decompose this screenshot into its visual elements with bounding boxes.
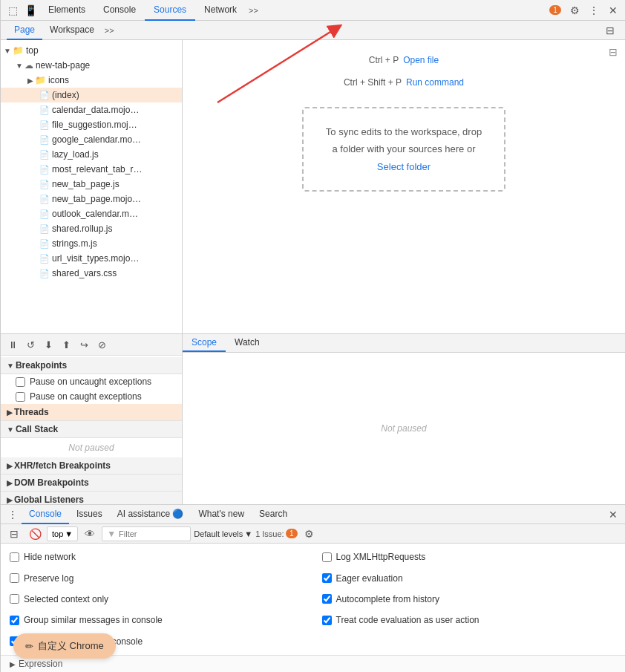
toggle-drawer-icon[interactable]: ⊟ <box>5 525 23 543</box>
tree-item-top[interactable]: ▼ 📁 top <box>1 43 182 58</box>
console-more-options-icon[interactable]: ⋮ <box>4 506 22 523</box>
pause-caught-item: Pause on caught exceptions <box>1 389 182 404</box>
pause-resume-btn[interactable]: ⏸ <box>5 337 20 352</box>
call-stack-section-header[interactable]: ▼ Call Stack <box>1 421 182 438</box>
treat-code-label: Treat code evaluation as user action <box>336 615 480 625</box>
selected-context-checkbox[interactable] <box>10 594 19 604</box>
scope-tab[interactable]: Scope <box>183 334 226 352</box>
file-icon: 📄 <box>39 195 50 204</box>
breakpoints-section-header[interactable]: ▼ Breakpoints <box>1 357 182 374</box>
xhr-fetch-section-header[interactable]: ▶ XHR/fetch Breakpoints <box>1 457 182 474</box>
expand-icon: ▼ <box>4 47 11 55</box>
hide-network-option: Hide network <box>1 547 313 567</box>
file-icon: 📄 <box>39 254 50 264</box>
levels-dropdown-icon: ▼ <box>244 529 252 538</box>
file-tree: ▼ 📁 top ▼ ☁ new-tab-page ▶ 📁 icons <box>1 40 183 333</box>
main-tab-bar: Elements Console Sources Network >> <box>39 0 546 21</box>
pause-uncaught-checkbox[interactable] <box>16 377 25 387</box>
tree-item-most-relevant[interactable]: 📄 most_relevant_tab_r… <box>1 162 182 177</box>
autocomplete-option: Autocomplete from history <box>313 589 626 610</box>
issues-count: 1 Issue: 1 <box>255 529 298 538</box>
console-tab-whats-new[interactable]: What's new <box>191 505 252 524</box>
autocomplete-checkbox[interactable] <box>322 594 332 604</box>
threads-section-header[interactable]: ▶ Threads <box>1 404 182 421</box>
tree-item-new-tab-page[interactable]: ▼ ☁ new-tab-page <box>1 58 182 73</box>
device-icon[interactable]: 📱 <box>22 1 39 19</box>
tree-item-file-suggestion[interactable]: 📄 file_suggestion.moj… <box>1 117 182 132</box>
tab-elements[interactable]: Elements <box>39 0 94 21</box>
file-icon: 📄 <box>39 239 50 249</box>
step-out-btn[interactable]: ⬆ <box>59 337 73 352</box>
debugger-left: ⏸ ↺ ⬇ ⬆ ↪ ⊘ ▼ Breakpoints Pause on unca <box>1 334 183 504</box>
clear-console-icon[interactable]: 🚫 <box>26 525 44 543</box>
settings-icon-btn[interactable]: ⚙ <box>566 1 583 19</box>
tree-item-index[interactable]: 📄 (index) <box>1 88 182 102</box>
deactivate-breakpoints-btn[interactable]: ⊘ <box>94 337 109 352</box>
tree-item-shared-rollup[interactable]: 📄 shared.rollup.js <box>1 221 182 236</box>
tree-item-icons[interactable]: ▶ 📁 icons <box>1 73 182 88</box>
expression-expand-icon: ▶ <box>10 660 16 668</box>
dom-breakpoints-section-header[interactable]: ▶ DOM Breakpoints <box>1 474 182 492</box>
console-tab-ai[interactable]: AI assistance 🔵 <box>110 505 192 524</box>
tree-item-calendar-data[interactable]: 📄 calendar_data.mojo… <box>1 102 182 117</box>
group-similar-checkbox[interactable] <box>10 616 19 625</box>
more-tabs-icon[interactable]: >> <box>246 6 261 15</box>
file-icon: 📄 <box>39 165 50 174</box>
close-devtools-btn[interactable]: ✕ <box>604 1 622 19</box>
sub-tab-workspace[interactable]: Workspace <box>42 21 102 40</box>
tree-item-outlook-calendar[interactable]: 📄 outlook_calendar.m… <box>1 206 182 221</box>
open-file-link[interactable]: Open file <box>403 55 439 65</box>
step-into-btn[interactable]: ⬇ <box>41 337 56 352</box>
console-tab-search[interactable]: Search <box>252 505 295 524</box>
debugger-toolbar: ⏸ ↺ ⬇ ⬆ ↪ ⊘ <box>1 334 182 356</box>
context-dropdown-icon: ▼ <box>65 529 73 538</box>
file-icon: 📄 <box>39 120 50 130</box>
preserve-log-label: Preserve log <box>24 573 73 584</box>
eye-filter-icon[interactable]: 👁 <box>81 525 99 543</box>
default-levels-select[interactable]: Default levels ▼ <box>194 529 252 538</box>
tab-console[interactable]: Console <box>94 0 145 21</box>
tab-network[interactable]: Network <box>195 0 246 21</box>
tree-item-lazy-load[interactable]: 📄 lazy_load.js <box>1 147 182 162</box>
pause-caught-checkbox[interactable] <box>16 392 25 402</box>
tree-item-strings[interactable]: 📄 strings.m.js <box>1 236 182 251</box>
close-console-tab-btn[interactable]: ✕ <box>604 506 622 523</box>
console-settings-gear-icon[interactable]: ⚙ <box>301 525 318 543</box>
tree-item-new-tab-page-js[interactable]: 📄 new_tab_page.js <box>1 177 182 192</box>
file-icon: 📄 <box>39 135 50 145</box>
tree-item-new-tab-page-mojo[interactable]: 📄 new_tab_page.mojo… <box>1 192 182 206</box>
sub-tab-more-icon[interactable]: >> <box>102 26 117 35</box>
pencil-icon: ✏ <box>25 641 33 652</box>
watch-tab[interactable]: Watch <box>226 334 269 352</box>
step-btn[interactable]: ↪ <box>76 337 91 352</box>
global-listeners-section-header[interactable]: ▶ Global Listeners <box>1 492 182 504</box>
tab-sources[interactable]: Sources <box>145 0 195 21</box>
step-over-btn[interactable]: ↺ <box>23 337 38 352</box>
tree-item-url-visit[interactable]: 📄 url_visit_types.mojo… <box>1 251 182 266</box>
inspect-icon[interactable]: ⬚ <box>4 1 22 19</box>
console-tab-issues[interactable]: Issues <box>69 505 110 524</box>
tree-item-google-calendar[interactable]: 📄 google_calendar.mo… <box>1 132 182 147</box>
eager-evaluation-checkbox[interactable] <box>322 573 332 583</box>
toggle-panel-icon[interactable]: ⊟ <box>601 22 619 39</box>
debugger-area: ⏸ ↺ ⬇ ⬆ ↪ ⊘ ▼ Breakpoints Pause on unca <box>1 334 625 505</box>
drop-zone-line1: To sync edits to the workspace, drop <box>326 126 482 137</box>
custom-chrome-button[interactable]: ✏ 自定义 Chrome <box>13 633 116 659</box>
sources-upper: ▼ 📁 top ▼ ☁ new-tab-page ▶ 📁 icons <box>1 40 625 334</box>
context-selector[interactable]: top ▼ <box>47 526 78 541</box>
hide-network-checkbox[interactable] <box>10 552 19 562</box>
sub-tab-page[interactable]: Page <box>7 21 42 40</box>
badge-issues-btn[interactable]: 1 <box>546 1 564 19</box>
run-command-link[interactable]: Run command <box>406 77 464 88</box>
console-toolbar: ⊟ 🚫 top ▼ 👁 ▼ Default levels ▼ <box>1 524 625 544</box>
editor-panel-icon[interactable]: ⊟ <box>609 46 618 58</box>
preserve-log-checkbox[interactable] <box>10 573 19 583</box>
run-command-shortcut: Ctrl + Shift + P <box>344 77 402 88</box>
sources-container: ▼ 📁 top ▼ ☁ new-tab-page ▶ 📁 icons <box>1 40 625 672</box>
log-xmlhttp-checkbox[interactable] <box>322 552 332 562</box>
tree-item-shared-vars-css[interactable]: 📄 shared_vars.css <box>1 266 182 281</box>
more-options-icon-btn[interactable]: ⋮ <box>585 1 603 19</box>
select-folder-link[interactable]: Select folder <box>377 161 431 172</box>
console-tab-console[interactable]: Console <box>22 505 69 524</box>
treat-code-checkbox[interactable] <box>322 616 332 625</box>
